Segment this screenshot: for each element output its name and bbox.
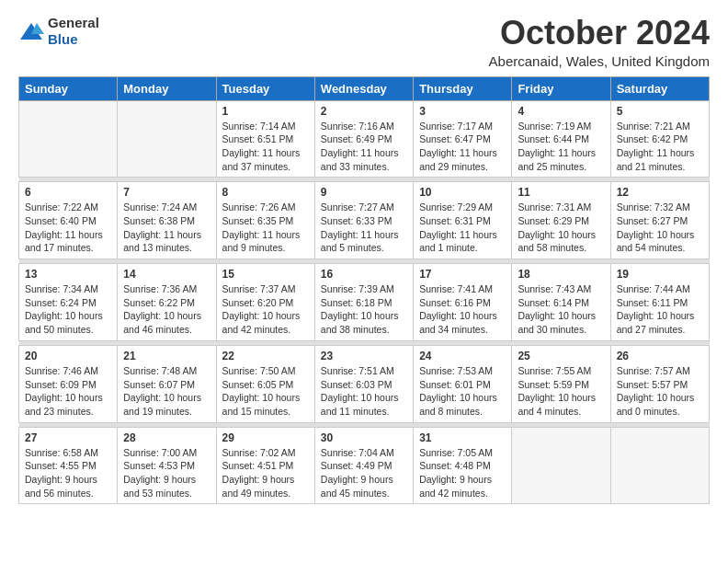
calendar-cell: [512, 427, 610, 504]
day-info: Sunrise: 7:14 AM Sunset: 6:51 PM Dayligh…: [222, 120, 309, 174]
day-number: 12: [617, 186, 703, 199]
logo-text: General Blue: [48, 15, 99, 48]
day-number: 30: [321, 431, 407, 444]
day-number: 8: [222, 186, 309, 199]
calendar-cell: 26Sunrise: 7:57 AM Sunset: 5:57 PM Dayli…: [610, 345, 709, 422]
day-info: Sunrise: 7:04 AM Sunset: 4:49 PM Dayligh…: [321, 446, 407, 500]
calendar-cell: 10Sunrise: 7:29 AM Sunset: 6:31 PM Dayli…: [414, 182, 512, 259]
calendar-cell: 20Sunrise: 7:46 AM Sunset: 6:09 PM Dayli…: [19, 345, 118, 422]
day-info: Sunrise: 7:51 AM Sunset: 6:03 PM Dayligh…: [321, 364, 407, 419]
day-header-friday: Friday: [512, 76, 610, 100]
day-number: 21: [123, 350, 210, 362]
calendar-cell: 31Sunrise: 7:05 AM Sunset: 4:48 PM Dayli…: [414, 427, 512, 504]
day-number: 17: [419, 268, 506, 281]
calendar-cell: 25Sunrise: 7:55 AM Sunset: 5:59 PM Dayli…: [512, 345, 610, 422]
day-number: 10: [419, 186, 506, 199]
day-number: 5: [617, 105, 703, 118]
calendar-cell: [19, 100, 118, 178]
calendar-cell: 11Sunrise: 7:31 AM Sunset: 6:29 PM Dayli…: [512, 182, 610, 259]
calendar-cell: 29Sunrise: 7:02 AM Sunset: 4:51 PM Dayli…: [216, 427, 314, 504]
day-header-monday: Monday: [118, 76, 216, 100]
day-info: Sunrise: 7:36 AM Sunset: 6:22 PM Dayligh…: [123, 282, 210, 337]
day-number: 13: [25, 268, 111, 281]
day-number: 1: [222, 105, 309, 118]
main-title: October 2024: [489, 15, 710, 52]
day-number: 16: [321, 268, 407, 281]
day-number: 15: [222, 268, 309, 281]
day-number: 14: [123, 268, 210, 281]
calendar-cell: 18Sunrise: 7:43 AM Sunset: 6:14 PM Dayli…: [512, 264, 610, 341]
day-info: Sunrise: 7:53 AM Sunset: 6:01 PM Dayligh…: [419, 364, 506, 419]
day-info: Sunrise: 7:05 AM Sunset: 4:48 PM Dayligh…: [419, 446, 506, 500]
logo-general: General: [48, 15, 99, 30]
day-number: 25: [518, 350, 604, 362]
day-info: Sunrise: 7:16 AM Sunset: 6:49 PM Dayligh…: [321, 120, 407, 174]
day-info: Sunrise: 6:58 AM Sunset: 4:55 PM Dayligh…: [25, 446, 111, 500]
calendar-cell: 8Sunrise: 7:26 AM Sunset: 6:35 PM Daylig…: [216, 182, 314, 259]
day-number: 18: [518, 268, 604, 281]
calendar: SundayMondayTuesdayWednesdayThursdayFrid…: [18, 76, 710, 505]
day-number: 28: [123, 431, 210, 444]
calendar-cell: 3Sunrise: 7:17 AM Sunset: 6:47 PM Daylig…: [414, 100, 512, 178]
calendar-cell: 23Sunrise: 7:51 AM Sunset: 6:03 PM Dayli…: [314, 345, 413, 422]
day-number: 23: [321, 350, 407, 362]
day-info: Sunrise: 7:44 AM Sunset: 6:11 PM Dayligh…: [617, 282, 703, 337]
calendar-cell: 21Sunrise: 7:48 AM Sunset: 6:07 PM Dayli…: [118, 345, 216, 422]
calendar-cell: 16Sunrise: 7:39 AM Sunset: 6:18 PM Dayli…: [314, 264, 413, 341]
day-info: Sunrise: 7:27 AM Sunset: 6:33 PM Dayligh…: [321, 201, 407, 255]
calendar-cell: 22Sunrise: 7:50 AM Sunset: 6:05 PM Dayli…: [216, 345, 314, 422]
day-number: 27: [25, 431, 111, 444]
day-header-saturday: Saturday: [610, 76, 709, 100]
day-info: Sunrise: 7:29 AM Sunset: 6:31 PM Dayligh…: [419, 201, 506, 255]
calendar-cell: 6Sunrise: 7:22 AM Sunset: 6:40 PM Daylig…: [19, 182, 118, 259]
day-info: Sunrise: 7:41 AM Sunset: 6:16 PM Dayligh…: [419, 282, 506, 337]
day-info: Sunrise: 7:24 AM Sunset: 6:38 PM Dayligh…: [123, 201, 210, 255]
day-info: Sunrise: 7:22 AM Sunset: 6:40 PM Dayligh…: [25, 201, 111, 255]
calendar-week-3: 13Sunrise: 7:34 AM Sunset: 6:24 PM Dayli…: [19, 264, 710, 341]
calendar-cell: [610, 427, 709, 504]
header: General Blue October 2024 Abercanaid, Wa…: [18, 15, 710, 69]
day-info: Sunrise: 7:00 AM Sunset: 4:53 PM Dayligh…: [123, 446, 210, 500]
day-info: Sunrise: 7:57 AM Sunset: 5:57 PM Dayligh…: [617, 364, 703, 419]
day-number: 19: [617, 268, 703, 281]
calendar-cell: 15Sunrise: 7:37 AM Sunset: 6:20 PM Dayli…: [216, 264, 314, 341]
day-header-thursday: Thursday: [414, 76, 512, 100]
day-number: 9: [321, 186, 407, 199]
day-info: Sunrise: 7:46 AM Sunset: 6:09 PM Dayligh…: [25, 364, 111, 419]
day-number: 3: [419, 105, 506, 118]
calendar-cell: 5Sunrise: 7:21 AM Sunset: 6:42 PM Daylig…: [610, 100, 709, 178]
day-number: 29: [222, 431, 309, 444]
calendar-week-5: 27Sunrise: 6:58 AM Sunset: 4:55 PM Dayli…: [19, 427, 710, 504]
day-info: Sunrise: 7:37 AM Sunset: 6:20 PM Dayligh…: [222, 282, 309, 337]
page: General Blue October 2024 Abercanaid, Wa…: [0, 0, 728, 519]
calendar-cell: 1Sunrise: 7:14 AM Sunset: 6:51 PM Daylig…: [216, 100, 314, 178]
day-info: Sunrise: 7:17 AM Sunset: 6:47 PM Dayligh…: [419, 120, 506, 174]
calendar-cell: 4Sunrise: 7:19 AM Sunset: 6:44 PM Daylig…: [512, 100, 610, 178]
calendar-cell: 27Sunrise: 6:58 AM Sunset: 4:55 PM Dayli…: [19, 427, 118, 504]
day-number: 20: [25, 350, 111, 362]
title-block: October 2024 Abercanaid, Wales, United K…: [489, 15, 710, 69]
day-info: Sunrise: 7:21 AM Sunset: 6:42 PM Dayligh…: [617, 120, 703, 174]
calendar-cell: 2Sunrise: 7:16 AM Sunset: 6:49 PM Daylig…: [314, 100, 413, 178]
day-info: Sunrise: 7:32 AM Sunset: 6:27 PM Dayligh…: [617, 201, 703, 255]
calendar-week-1: 1Sunrise: 7:14 AM Sunset: 6:51 PM Daylig…: [19, 100, 710, 178]
day-info: Sunrise: 7:48 AM Sunset: 6:07 PM Dayligh…: [123, 364, 210, 419]
day-number: 6: [25, 186, 111, 199]
day-info: Sunrise: 7:39 AM Sunset: 6:18 PM Dayligh…: [321, 282, 407, 337]
day-header-tuesday: Tuesday: [216, 76, 314, 100]
calendar-cell: 30Sunrise: 7:04 AM Sunset: 4:49 PM Dayli…: [314, 427, 413, 504]
calendar-cell: 28Sunrise: 7:00 AM Sunset: 4:53 PM Dayli…: [118, 427, 216, 504]
day-number: 4: [518, 105, 604, 118]
day-info: Sunrise: 7:55 AM Sunset: 5:59 PM Dayligh…: [518, 364, 604, 419]
day-info: Sunrise: 7:50 AM Sunset: 6:05 PM Dayligh…: [222, 364, 309, 419]
day-info: Sunrise: 7:43 AM Sunset: 6:14 PM Dayligh…: [518, 282, 604, 337]
day-header-wednesday: Wednesday: [314, 76, 413, 100]
calendar-cell: 7Sunrise: 7:24 AM Sunset: 6:38 PM Daylig…: [118, 182, 216, 259]
day-number: 7: [123, 186, 210, 199]
day-info: Sunrise: 7:26 AM Sunset: 6:35 PM Dayligh…: [222, 201, 309, 255]
calendar-cell: 24Sunrise: 7:53 AM Sunset: 6:01 PM Dayli…: [414, 345, 512, 422]
calendar-cell: 19Sunrise: 7:44 AM Sunset: 6:11 PM Dayli…: [610, 264, 709, 341]
day-info: Sunrise: 7:02 AM Sunset: 4:51 PM Dayligh…: [222, 446, 309, 500]
calendar-cell: 17Sunrise: 7:41 AM Sunset: 6:16 PM Dayli…: [414, 264, 512, 341]
day-number: 26: [617, 350, 703, 362]
